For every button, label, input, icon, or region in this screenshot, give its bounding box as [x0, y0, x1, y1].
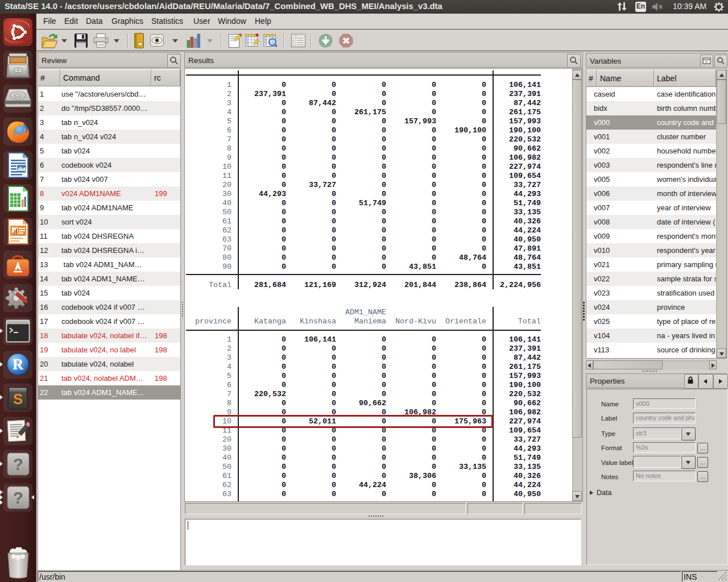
svg-text:?: ?: [13, 488, 23, 507]
svg-text:?: ?: [13, 455, 23, 473]
svg-text:R: R: [13, 356, 24, 373]
svg-text:S: S: [13, 390, 23, 408]
